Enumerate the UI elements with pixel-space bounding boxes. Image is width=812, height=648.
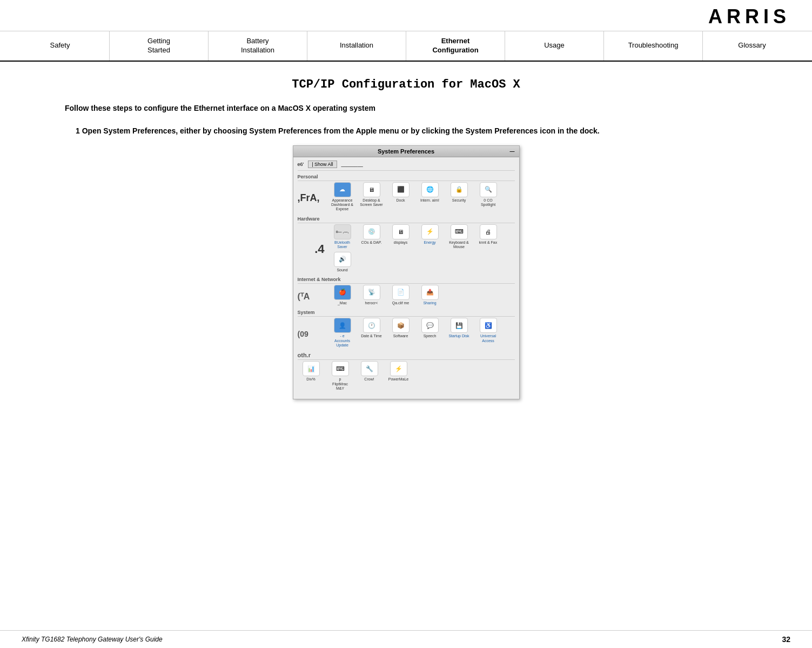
bluetooth-icon[interactable]: o— ,—, [334, 224, 351, 239]
spotlight-icon[interactable]: 🔍 [480, 182, 497, 197]
accounts-icon-item: 👤 - eAccountsUpdate [329, 318, 356, 348]
print-label: knnt & Fax [479, 241, 497, 245]
footer: Xfinity TG1682 Telephony Gateway User's … [0, 630, 812, 648]
sys-pref-body: e6' | Show All ________ Personal ,FrA, ☁… [293, 157, 519, 399]
displays-icon[interactable]: 🖥 [392, 224, 410, 239]
crow-icon[interactable]: 🔧 [361, 361, 378, 376]
intern-icon[interactable]: 🌐 [421, 182, 439, 197]
div-icon-item: 📊 Div% [298, 361, 325, 391]
flipt-icon[interactable]: ⌨ [332, 361, 349, 376]
universal-icon[interactable]: ♿ [480, 318, 497, 333]
bluetooth-label: BUeloothSaver [334, 241, 350, 250]
herocr-icon[interactable]: 📡 [363, 285, 380, 300]
system-big-text: (09 [298, 330, 325, 338]
energy-icon-item: ⚡ Energy [417, 224, 444, 250]
div-label: Div% [306, 377, 315, 382]
powermale-icon-item: ⚡ PowerMaLe [385, 361, 412, 391]
startup-label: Startup Disk [448, 334, 469, 338]
datetime-label: Date & Time [361, 334, 382, 338]
logo-bar: ARRIS [0, 0, 812, 31]
navigation: Safety GettingStarted BatteryInstallatio… [0, 31, 812, 62]
datetime-icon[interactable]: 🕐 [363, 318, 380, 333]
software-icon[interactable]: 📦 [392, 318, 410, 333]
nav-ethernet-configuration[interactable]: EthernetConfiguration [406, 31, 505, 61]
sound-icon-item: 🔊 Sound [329, 252, 356, 272]
other-section-label: oth.r [298, 352, 515, 360]
flipt-icon-item: ⌨ pFliptMracM&Y [327, 361, 354, 391]
speech-label: Speech [424, 334, 437, 338]
system-icons: 👤 - eAccountsUpdate 🕐 Date & Time 📦 Soft… [329, 318, 502, 348]
accounts-icon[interactable]: 👤 [334, 318, 351, 333]
mac-icon[interactable]: 🍎 [334, 285, 351, 300]
nav-glossary[interactable]: Glossary [703, 31, 801, 61]
personal-row: ,FrA, ☁ Appearance Dashboard & Expose 🖥 … [298, 182, 515, 214]
nav-usage[interactable]: Usage [505, 31, 604, 61]
mac-label: _Mac [338, 301, 347, 305]
intern-label: Intern. aim! [420, 198, 439, 203]
window-title: System Preferences [378, 148, 434, 155]
sound-icon[interactable]: 🔊 [334, 252, 351, 267]
powermale-label: PowerMaLe [388, 377, 408, 382]
sys-pref-window: System Preferences — e6' | Show All ____… [293, 145, 520, 399]
system-section-label: System [298, 310, 515, 317]
hardware-row: .4 o— ,—, BUeloothSaver 💿 COs & DAP. 🖥 [298, 224, 515, 275]
internet-big-icon: (ᵀA [298, 291, 325, 302]
keyboard-icon[interactable]: ⌨ [451, 224, 468, 239]
nav-troubleshooting[interactable]: Troubleshooting [604, 31, 703, 61]
back-label: e6' [298, 162, 304, 167]
speech-icon[interactable]: 💬 [421, 318, 439, 333]
security-icon-item: 🔒 Security [446, 182, 473, 212]
desktop-icon[interactable]: 🖥 [363, 182, 380, 197]
nav-installation[interactable]: Installation [307, 31, 406, 61]
powermale-icon[interactable]: ⚡ [390, 361, 407, 376]
software-icon-item: 📦 Software [387, 318, 414, 348]
crow-label: Crow! [364, 377, 374, 382]
energy-icon[interactable]: ⚡ [421, 224, 439, 239]
personal-big-text: ,FrA, [298, 192, 325, 204]
print-icon-item: 🖨 knnt & Fax [475, 224, 502, 250]
internet-section-label: Internet & Network [298, 277, 515, 284]
footer-title: Xfinity TG1682 Telephony Gateway User's … [22, 636, 163, 643]
sharing-icon[interactable]: 📤 [421, 285, 439, 300]
hardware-section-label: Hardware [298, 216, 515, 223]
herocr-icon-item: 📡 herocr< [358, 285, 385, 305]
sys-pref-toolbar: e6' | Show All ________ [298, 161, 515, 171]
keyboard-label: Keyboard & Mouse [446, 241, 473, 250]
main-content: TCP/IP Configuration for MacOS X Follow … [0, 62, 812, 416]
personal-section-label: Personal [298, 174, 515, 181]
show-all-button[interactable]: | Show All [308, 161, 337, 168]
dock-icon-item: ⬛ Dock [387, 182, 414, 212]
dock-label: Dock [397, 198, 405, 203]
internet-row: (ᵀA 🍎 _Mac 📡 herocr< 📄 Qa.clif me [298, 285, 515, 308]
security-icon[interactable]: 🔒 [451, 182, 468, 197]
startup-icon-item: 💾 Startup Disk [446, 318, 473, 348]
nav-safety[interactable]: Safety [11, 31, 110, 61]
cds-label: COs & DAP. [361, 241, 382, 245]
nav-battery-installation[interactable]: BatteryInstallation [209, 31, 307, 61]
herocr-label: herocr< [365, 301, 378, 305]
appearance-label: Appearance Dashboard & Expose [329, 198, 356, 212]
cds-icon[interactable]: 💿 [363, 224, 380, 239]
hardware-icons: o— ,—, BUeloothSaver 💿 COs & DAP. 🖥 disp… [329, 224, 515, 272]
desktop-icon-item: 🖥 Desktop & Screen Saver [358, 182, 385, 212]
nav-getting-started[interactable]: GettingStarted [110, 31, 209, 61]
arris-logo: ARRIS [708, 5, 790, 28]
intro-text: Follow these steps to configure the Ethe… [32, 102, 780, 114]
system-row: (09 👤 - eAccountsUpdate 🕐 Date & Time 📦 [298, 318, 515, 350]
step-1-text: 1 Open System Preferences, either by cho… [76, 125, 736, 137]
div-icon[interactable]: 📊 [303, 361, 320, 376]
appearance-icon[interactable]: ☁ [334, 182, 351, 197]
appearance-icon-item: ☁ Appearance Dashboard & Expose [329, 182, 356, 212]
displays-icon-item: 🖥 displays [387, 224, 414, 250]
print-icon[interactable]: 🖨 [480, 224, 497, 239]
dock-icon[interactable]: ⬛ [392, 182, 410, 197]
window-resize-icon[interactable]: — [510, 149, 515, 154]
startup-icon[interactable]: 💾 [451, 318, 468, 333]
toolbar-line: ________ [341, 162, 515, 167]
crow-icon-item: 🔧 Crow! [356, 361, 383, 391]
step-1-container: 1 Open System Preferences, either by cho… [32, 125, 780, 399]
sys-pref-titlebar: System Preferences — [293, 146, 519, 157]
hardware-big-text: .4 [298, 242, 325, 256]
other-icons: 📊 Div% ⌨ pFliptMracM&Y 🔧 Crow! ⚡ [298, 361, 412, 391]
qaclif-icon[interactable]: 📄 [392, 285, 410, 300]
